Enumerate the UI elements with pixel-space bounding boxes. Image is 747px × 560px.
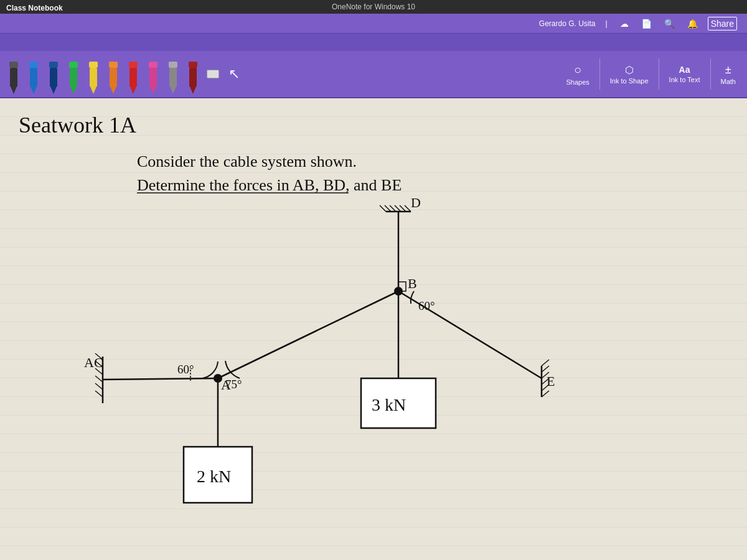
point-ac-label: AC: [84, 355, 103, 370]
pen-nib: [130, 86, 136, 94]
window-title: OneNote for Windows 10: [332, 2, 415, 11]
toolbar: ↖ ○ Shapes ⬡ Ink to Shape Aa Ink to Text…: [0, 51, 747, 98]
pen-black-tool[interactable]: [5, 54, 22, 94]
document-icon[interactable]: 📄: [639, 17, 654, 30]
pen-cap: [169, 62, 177, 68]
ink-to-text-tool[interactable]: Aa Ink to Text: [669, 65, 700, 83]
pen-cap: [9, 62, 18, 68]
cloud-icon[interactable]: ☁: [618, 17, 631, 30]
pen-cap: [29, 62, 38, 68]
pen-yellow-tool[interactable]: [85, 54, 102, 94]
load1-text: 2 kN: [197, 467, 231, 486]
ink-to-shape-tool[interactable]: ⬡ Ink to Shape: [610, 64, 649, 85]
pen-cap: [109, 62, 118, 68]
account-name: Gerardo G. Usita: [539, 19, 596, 28]
point-e-label: E: [547, 373, 555, 389]
shapes-label: Shapes: [566, 78, 590, 86]
pen-gray-tool[interactable]: [164, 54, 182, 94]
pen-red-tool[interactable]: [125, 54, 142, 94]
angle-75-label: 75°: [225, 378, 242, 391]
pen-body: [90, 68, 97, 86]
search-icon[interactable]: 🔍: [662, 17, 677, 30]
pen-nib: [31, 86, 37, 94]
pen-body: [110, 68, 117, 86]
cursor-icon: ↖: [228, 66, 240, 82]
eraser-tool[interactable]: [204, 54, 222, 94]
hatch-r2: [542, 366, 549, 372]
class-notebook-label: Class Notebook: [6, 4, 63, 12]
pen-body: [70, 68, 77, 86]
menu-bar: Class Notebook: [0, 34, 747, 51]
pen-nib: [50, 86, 57, 94]
pen-blue-tool[interactable]: [25, 54, 42, 94]
pen-body: [50, 68, 57, 86]
bell-icon[interactable]: 🔔: [685, 17, 700, 30]
pen-nib: [170, 86, 176, 94]
rope-ba: [218, 291, 398, 378]
pen-body: [30, 68, 37, 86]
pen-body: [169, 68, 177, 86]
angle-arc-60b: [411, 291, 414, 304]
hatch-l6: [95, 391, 103, 397]
pen-cap: [149, 62, 157, 68]
hatch-r1: [542, 360, 549, 366]
angle-60-left-label: 60°: [177, 363, 194, 376]
math-label: Math: [721, 78, 736, 85]
ink-to-shape-label: Ink to Shape: [610, 77, 649, 85]
problem-line1: Consider the cable system shown.: [137, 152, 357, 170]
pen-body: [149, 68, 157, 86]
lasso-select-tool[interactable]: ↖: [224, 54, 244, 94]
toolbar-separator: [599, 58, 600, 90]
pen-nib: [90, 86, 96, 94]
pen-cap: [89, 62, 98, 68]
math-tool[interactable]: ± Math: [721, 63, 736, 85]
pen-nib: [70, 86, 77, 94]
pen-green-tool[interactable]: [65, 54, 82, 94]
pen-darkred-tool[interactable]: [184, 54, 202, 94]
shapes-icon: ○: [574, 63, 581, 77]
pen-cap: [189, 62, 197, 68]
pen-body: [10, 68, 17, 86]
pen-darkblue-tool[interactable]: [45, 54, 62, 94]
pen-orange-tool[interactable]: [105, 54, 122, 94]
right-tools: ○ Shapes ⬡ Ink to Shape Aa Ink to Text ±…: [566, 58, 743, 90]
pen-cap: [49, 62, 58, 68]
hatch-l5: [95, 383, 103, 390]
problem-line2: Determine the forces in AB, BD, and BE: [137, 176, 402, 194]
toolbar-separator-3: [710, 58, 711, 90]
toolbar-separator-2: [659, 58, 659, 90]
pen-nib: [190, 86, 196, 94]
drawing-canvas[interactable]: Seatwork 1A Consider the cable system sh…: [0, 98, 747, 560]
hatch-r6: [542, 391, 549, 397]
share-button[interactable]: Share: [708, 17, 737, 30]
load2-text: 3 kN: [372, 395, 406, 414]
shapes-tool[interactable]: ○ Shapes: [566, 63, 590, 86]
pen-cap: [129, 62, 138, 68]
main-content[interactable]: Seatwork 1A Consider the cable system sh…: [0, 98, 747, 560]
ink-to-text-icon: Aa: [679, 65, 690, 75]
point-d-label: D: [411, 195, 421, 210]
pen-body: [189, 68, 197, 86]
math-icon: ±: [725, 63, 731, 77]
rope-ac: [103, 378, 218, 380]
pen-nib: [150, 86, 156, 94]
ink-to-shape-icon: ⬡: [625, 64, 634, 76]
pen-cap: [69, 62, 78, 68]
account-bar: Gerardo G. Usita | ☁ 📄 🔍 🔔 Share: [0, 14, 747, 34]
hatch-l4: [95, 376, 103, 382]
pen-nib: [110, 86, 116, 94]
eraser-icon: [207, 70, 219, 78]
angle-60-right-label: 60°: [418, 299, 435, 312]
pen-pink-tool[interactable]: [144, 54, 162, 94]
page-title: Seatwork 1A: [19, 113, 136, 138]
point-b-label: B: [408, 276, 417, 291]
ink-to-text-label: Ink to Text: [669, 76, 700, 83]
pen-body: [129, 68, 137, 86]
title-bar: OneNote for Windows 10: [0, 0, 747, 14]
pen-nib: [11, 86, 17, 94]
